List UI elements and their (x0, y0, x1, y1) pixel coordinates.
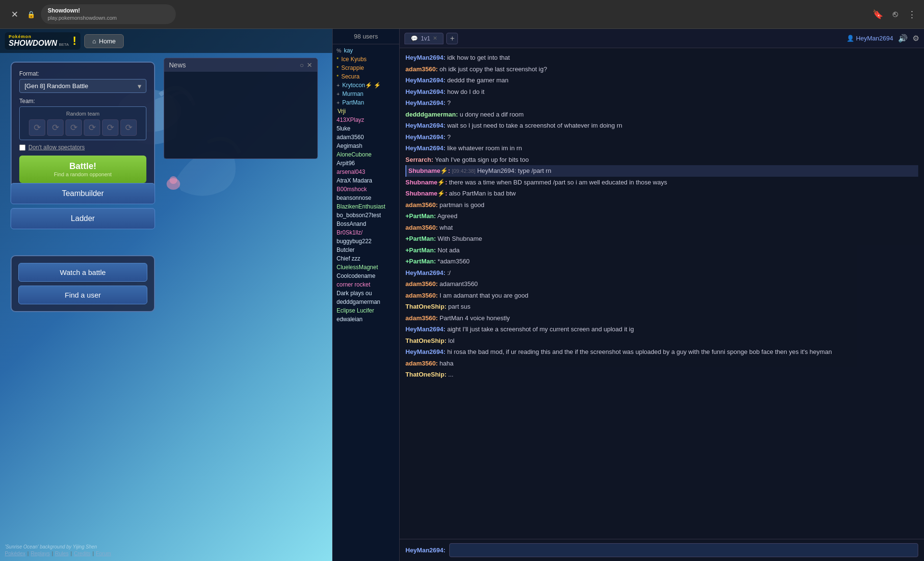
user-item-scrappie[interactable]: * Scrappie (333, 64, 399, 72)
chat-username[interactable]: +PartMan: (405, 235, 436, 242)
more-icon[interactable]: ⋮ (908, 9, 916, 20)
news-refresh-icon[interactable]: ○ (300, 61, 304, 69)
chat-username[interactable]: adam3560: (405, 314, 438, 322)
team-slot-1[interactable]: ⟳ (29, 119, 45, 136)
battle-button[interactable]: Battle! Find a random opponent (19, 156, 146, 183)
chat-username[interactable]: adam3560: (405, 280, 438, 287)
browser-close-button[interactable]: ✕ (8, 8, 21, 21)
chat-username[interactable]: ThatOneShip: (405, 337, 446, 344)
bookmark-icon[interactable]: 🔖 (872, 9, 883, 20)
user-item-adam3560[interactable]: adam3560 (333, 133, 399, 142)
chat-tab-close[interactable]: ✕ (433, 35, 437, 41)
home-button[interactable]: ⌂ Home (84, 34, 124, 48)
chat-username[interactable]: HeyMan2694: (405, 326, 445, 333)
chat-username[interactable]: +PartMan: (405, 212, 436, 220)
user-item-vrji[interactable]: Vrji (333, 107, 399, 116)
team-slot-4[interactable]: ⟳ (84, 119, 100, 136)
chat-line: ThatOneShip: ... (405, 369, 918, 380)
user-item-edwaleian[interactable]: edwaleian (333, 315, 399, 324)
spectator-label[interactable]: Don't allow spectators (28, 144, 85, 151)
user-item-partman[interactable]: + PartMan (333, 98, 399, 107)
chat-username[interactable]: HeyMan2694: (405, 54, 445, 61)
spectator-checkbox[interactable] (19, 144, 26, 151)
user-item-murman[interactable]: + Murman (333, 90, 399, 98)
format-select[interactable]: [Gen 8] Random Battle (19, 79, 146, 93)
chat-username[interactable]: HeyMan2694: (405, 77, 445, 84)
user-item-5luke[interactable]: 5luke (333, 124, 399, 133)
footer-link-credits[interactable]: Credits (74, 550, 91, 556)
chat-message-text: ... (448, 371, 454, 378)
chat-username[interactable]: HeyMan2694: (405, 88, 445, 95)
watch-battle-button[interactable]: Watch a battle (18, 263, 147, 282)
chat-username[interactable]: Shubname⚡: (405, 190, 447, 197)
chat-username[interactable]: adam3560: (405, 360, 438, 367)
user-item-coolcodename[interactable]: Coolcodename (333, 272, 399, 280)
user-item-beansonnose[interactable]: beansonnose (333, 194, 399, 202)
chat-username[interactable]: HeyMan2694: (405, 122, 445, 129)
chat-tab-add[interactable]: + (446, 33, 458, 44)
user-item-b00mshock[interactable]: B00mshock (333, 185, 399, 194)
user-item-blaziken[interactable]: BlazikenEnthusiast (333, 202, 399, 211)
user-item-icekyubs[interactable]: * Ice Kyubs (333, 55, 399, 64)
chat-username[interactable]: adam3560: (405, 65, 438, 73)
team-slot-3[interactable]: ⟳ (65, 119, 82, 136)
chat-username[interactable]: HeyMan2694: (405, 269, 445, 276)
ladder-button[interactable]: Ladder (11, 208, 155, 229)
chat-input[interactable] (449, 543, 918, 557)
user-item-eclipselucifer[interactable]: Eclipse Lucifer (333, 306, 399, 315)
showdown-logo[interactable]: Pokémon SHOWDOWN BETA ! (5, 32, 80, 50)
user-item-krytocon[interactable]: + Krytocon⚡ ⚡ (333, 81, 399, 90)
user-item-buggybug[interactable]: buggybug222 (333, 237, 399, 246)
user-item-atrax[interactable]: AtraX Madara (333, 176, 399, 185)
chat-username[interactable]: ThatOneShip: (405, 303, 446, 310)
chat-message-text: Yeah I've gotta sign up for bits too (435, 156, 529, 163)
chat-username[interactable]: adam3560: (405, 292, 438, 299)
share-icon[interactable]: ⎋ (893, 9, 898, 19)
user-item-butcler[interactable]: Butcler (333, 246, 399, 254)
chat-username[interactable]: +PartMan: (405, 258, 436, 265)
browser-url-bar[interactable]: Showdown! play.pokemonshowdown.com (41, 4, 176, 24)
footer-link-replays[interactable]: Replays (31, 550, 50, 556)
user-item-413xplayz[interactable]: 413XPlayz (333, 116, 399, 124)
user-item-bossanand[interactable]: BossAnand (333, 220, 399, 228)
chat-username[interactable]: dedddgamerman: (405, 111, 458, 118)
footer-link-pokedex[interactable]: Pokédex (5, 550, 26, 556)
logo-pokemon-text: Pokémon (9, 34, 69, 39)
sound-icon[interactable]: 🔊 (898, 34, 908, 43)
user-item-bobson[interactable]: bo_bobson27test (333, 211, 399, 220)
chat-username[interactable]: ThatOneShip: (405, 371, 446, 378)
user-item-cluelessmagnet[interactable]: CluelessMagnet (333, 263, 399, 272)
chat-tab-1v1[interactable]: 💬 1v1 ✕ (404, 33, 443, 44)
chat-username[interactable]: HeyMan2694: (405, 348, 445, 355)
user-item-darkplays[interactable]: Dark plays ou (333, 289, 399, 298)
chat-username[interactable]: HeyMan2694: (405, 133, 445, 141)
team-slot-2[interactable]: ⟳ (47, 119, 64, 136)
user-item-arsenal043[interactable]: arsenal043 (333, 168, 399, 176)
chat-username[interactable]: adam3560: (405, 224, 438, 231)
chat-username[interactable]: Shubname⚡: (405, 179, 447, 186)
settings-icon[interactable]: ⚙ (912, 34, 919, 43)
user-item-alonecubone[interactable]: AloneCubone (333, 150, 399, 159)
find-user-button[interactable]: Find a user (18, 286, 147, 304)
user-item-kay[interactable]: % kay (333, 46, 399, 55)
footer-link-forum[interactable]: Forum (96, 550, 111, 556)
team-slot-6[interactable]: ⟳ (120, 119, 137, 136)
footer-link-rules[interactable]: Rules (55, 550, 68, 556)
team-slot-5[interactable]: ⟳ (102, 119, 118, 136)
chat-input-username: HeyMan2694: (405, 547, 445, 554)
chat-username[interactable]: HeyMan2694: (405, 144, 445, 152)
user-item-dedddgamerman[interactable]: dedddgamerman (333, 298, 399, 306)
teambuilder-button[interactable]: Teambuilder (11, 183, 155, 204)
user-item-secura[interactable]: * Secura (333, 72, 399, 81)
news-close-icon[interactable]: ✕ (307, 61, 312, 69)
user-item-cornerrocket[interactable]: corner rocket (333, 280, 399, 289)
chat-username[interactable]: Serrarch: (405, 156, 433, 163)
user-item-arpit96[interactable]: Arpit96 (333, 159, 399, 168)
chat-username[interactable]: +PartMan: (405, 247, 436, 254)
chat-username[interactable]: Shubname⚡: (408, 167, 450, 174)
user-item-chiefzzz[interactable]: Chief zzz (333, 254, 399, 263)
user-item-br0sk1llz[interactable]: Br0Sk1llz/ (333, 228, 399, 237)
user-item-aegimash[interactable]: Aegimash (333, 142, 399, 150)
chat-username[interactable]: HeyMan2694: (405, 99, 445, 106)
chat-username[interactable]: adam3560: (405, 201, 438, 209)
